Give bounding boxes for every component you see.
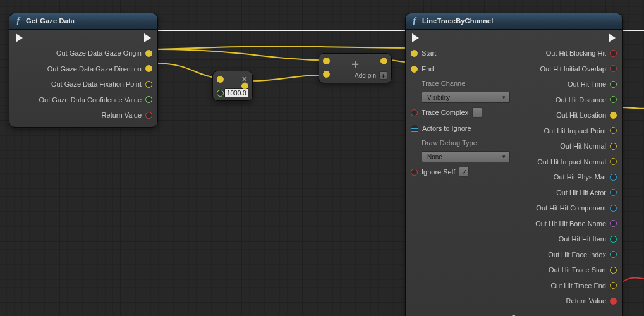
- node-header[interactable]: f LineTraceByChannel: [406, 13, 622, 30]
- exec-in-pin[interactable]: [16, 33, 23, 42]
- mul-output-pin[interactable]: [241, 83, 248, 90]
- array-pin[interactable]: [411, 125, 418, 132]
- pin[interactable]: [610, 81, 617, 88]
- pin[interactable]: [610, 236, 617, 243]
- output-out-gaze-data-gaze-direction[interactable]: Out Gaze Data Gaze Direction: [47, 62, 152, 76]
- select-value: None: [427, 154, 442, 161]
- output-return-value[interactable]: Return Value: [566, 294, 617, 308]
- pin[interactable]: [411, 109, 418, 116]
- function-icon: f: [15, 16, 22, 26]
- label: Out Gaze Data Fixation Point: [51, 80, 142, 88]
- exec-in-pin[interactable]: [412, 33, 419, 42]
- input-draw-debug[interactable]: None ▾: [411, 150, 510, 163]
- output-out-hit-normal[interactable]: Out Hit Normal: [560, 139, 617, 153]
- input-start[interactable]: Start: [411, 46, 510, 60]
- ignore-self-checkbox[interactable]: [459, 167, 469, 177]
- wire-origin-to-add: [155, 49, 322, 60]
- label: Out Hit Distance: [556, 96, 606, 104]
- pin[interactable]: [610, 96, 617, 103]
- node-title: LineTraceByChannel: [422, 17, 493, 25]
- pin[interactable]: [411, 50, 418, 57]
- exec-out-pin[interactable]: [144, 33, 151, 42]
- output-out-hit-time[interactable]: Out Hit Time: [568, 77, 617, 91]
- pin[interactable]: [610, 127, 617, 134]
- input-ignore-self[interactable]: Ignore Self: [411, 165, 510, 179]
- mul-input-a-pin[interactable]: [217, 76, 224, 83]
- label: Out Hit Phys Mat: [554, 173, 606, 181]
- pin[interactable]: [145, 50, 152, 57]
- output-out-hit-hit-item[interactable]: Out Hit Hit Item: [559, 232, 617, 246]
- label: Trace Channel: [422, 80, 467, 87]
- output-out-hit-location[interactable]: Out Hit Location: [556, 108, 617, 122]
- label: Out Hit Impact Normal: [537, 158, 606, 166]
- pin[interactable]: [610, 298, 617, 305]
- output-out-hit-hit-bone-name[interactable]: Out Hit Hit Bone Name: [535, 217, 617, 231]
- pin[interactable]: [411, 66, 418, 73]
- pin[interactable]: [610, 267, 617, 274]
- pin[interactable]: [145, 96, 152, 103]
- add-icon: +: [351, 58, 359, 72]
- pin[interactable]: [145, 112, 152, 119]
- output-out-hit-impact-point[interactable]: Out Hit Impact Point: [544, 124, 617, 138]
- pin[interactable]: [610, 112, 617, 119]
- output-out-hit-blocking-hit[interactable]: Out Hit Blocking Hit: [546, 46, 617, 60]
- mul-input-b-pin[interactable]: [217, 90, 224, 97]
- expand-caret-icon[interactable]: ▾: [512, 312, 516, 316]
- label: Out Hit Hit Component: [536, 204, 606, 212]
- pin[interactable]: [610, 50, 617, 57]
- pin[interactable]: [145, 65, 152, 72]
- output-out-hit-initial-overlap[interactable]: Out Hit Initial Overlap: [540, 62, 617, 76]
- output-out-gaze-data-fixation-point[interactable]: Out Gaze Data Fixation Point: [51, 77, 152, 91]
- pin[interactable]: [610, 158, 617, 165]
- label: Out Gaze Data Gaze Origin: [56, 49, 142, 57]
- pin[interactable]: [610, 251, 617, 258]
- pin[interactable]: [610, 174, 617, 181]
- add-input-b-pin[interactable]: [323, 71, 330, 78]
- draw-debug-select[interactable]: None ▾: [422, 151, 510, 162]
- add-input-a-pin[interactable]: [323, 58, 330, 64]
- pin[interactable]: [610, 189, 617, 196]
- input-trace-complex[interactable]: Trace Complex: [411, 106, 510, 119]
- pin[interactable]: [610, 205, 617, 212]
- add-output-pin[interactable]: [380, 58, 387, 64]
- output-out-hit-trace-end[interactable]: Out Hit Trace End: [551, 279, 617, 293]
- pin[interactable]: [610, 220, 617, 227]
- pin[interactable]: [610, 143, 617, 150]
- label: Trace Complex: [422, 109, 468, 116]
- label: Out Hit Time: [568, 80, 606, 88]
- pin[interactable]: [411, 169, 418, 176]
- output-out-hit-hit-actor[interactable]: Out Hit Hit Actor: [556, 186, 617, 200]
- output-return-value[interactable]: Return Value: [102, 108, 152, 122]
- pin[interactable]: [610, 282, 617, 289]
- output-out-hit-distance[interactable]: Out Hit Distance: [556, 93, 617, 107]
- node-add[interactable]: + Add pin +: [319, 53, 392, 83]
- node-get-gaze-data[interactable]: f Get Gaze Data Out Gaze Data Gaze Origi…: [9, 13, 158, 128]
- node-header[interactable]: f Get Gaze Data: [9, 13, 157, 30]
- output-out-hit-hit-component[interactable]: Out Hit Hit Component: [536, 201, 617, 215]
- trace-channel-select[interactable]: Visibility ▾: [422, 92, 510, 103]
- exec-out-pin[interactable]: [609, 33, 616, 42]
- wire-origin-to-start: [155, 46, 413, 49]
- label: Out Hit Trace End: [551, 282, 606, 289]
- add-pin-button[interactable]: Add pin +: [355, 71, 387, 80]
- label: End: [422, 65, 434, 73]
- node-line-trace[interactable]: f LineTraceByChannel Start End Trace Cha…: [405, 13, 623, 316]
- pin[interactable]: [610, 65, 617, 72]
- output-out-gaze-data-confidence-value[interactable]: Out Gaze Data Confidence Value: [39, 93, 152, 107]
- output-out-hit-impact-normal[interactable]: Out Hit Impact Normal: [537, 155, 617, 169]
- input-end[interactable]: End: [411, 62, 510, 76]
- pin[interactable]: [145, 81, 152, 88]
- output-out-gaze-data-gaze-origin[interactable]: Out Gaze Data Gaze Origin: [56, 46, 152, 60]
- label: Out Hit Initial Overlap: [540, 65, 606, 73]
- output-out-hit-trace-start[interactable]: Out Hit Trace Start: [549, 263, 617, 277]
- input-actors-to-ignore[interactable]: Actors to Ignore: [411, 121, 510, 135]
- label: Return Value: [566, 297, 606, 305]
- output-out-hit-phys-mat[interactable]: Out Hit Phys Mat: [554, 170, 617, 184]
- mul-value-input[interactable]: [224, 88, 248, 97]
- trace-complex-checkbox[interactable]: [472, 107, 482, 118]
- output-out-hit-face-index[interactable]: Out Hit Face Index: [548, 248, 617, 262]
- input-trace-channel[interactable]: Visibility ▾: [411, 91, 510, 104]
- node-multiply[interactable]: ×: [212, 71, 253, 101]
- node-title: Get Gaze Data: [26, 17, 75, 25]
- label: Out Hit Impact Point: [544, 127, 606, 135]
